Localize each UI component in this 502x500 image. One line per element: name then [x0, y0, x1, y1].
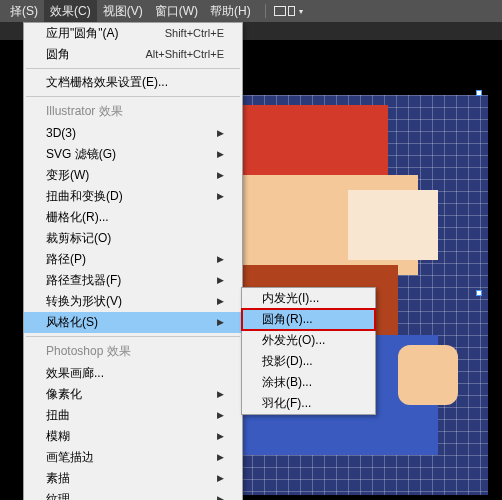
menu-round[interactable]: 圆角 Alt+Shift+Ctrl+E — [24, 44, 242, 65]
menu-select[interactable]: 择(S) — [4, 0, 44, 23]
submenu-arrow-icon: ▶ — [217, 189, 224, 204]
menu-item-label: 栅格化(R)... — [46, 210, 109, 225]
menu-sketch[interactable]: 素描▶ — [24, 468, 242, 489]
submenu-inner-glow[interactable]: 内发光(I)... — [242, 288, 375, 309]
menu-shortcut: Shift+Ctrl+E — [165, 26, 224, 41]
menu-separator — [26, 96, 240, 97]
menu-item-label: 文档栅格效果设置(E)... — [46, 75, 168, 90]
menu-effect-gallery[interactable]: 效果画廊... — [24, 363, 242, 384]
submenu-arrow-icon: ▶ — [217, 450, 224, 465]
menu-item-label: 扭曲和变换(D) — [46, 189, 123, 204]
stylize-submenu: 内发光(I)... 圆角(R)... 外发光(O)... 投影(D)... 涂抹… — [241, 287, 376, 415]
submenu-arrow-icon: ▶ — [217, 315, 224, 330]
submenu-arrow-icon: ▶ — [217, 387, 224, 402]
submenu-drop-shadow[interactable]: 投影(D)... — [242, 351, 375, 372]
menu-view[interactable]: 视图(V) — [97, 0, 149, 23]
menu-item-label: 裁剪标记(O) — [46, 231, 111, 246]
menu-separator — [26, 68, 240, 69]
menu-crop-marks[interactable]: 裁剪标记(O) — [24, 228, 242, 249]
menu-convert-to-shape[interactable]: 转换为形状(V)▶ — [24, 291, 242, 312]
menubar: 择(S) 效果(C) 视图(V) 窗口(W) 帮助(H) ▾ — [0, 0, 502, 22]
menu-item-label: 效果画廊... — [46, 366, 104, 381]
menu-item-label: 像素化 — [46, 387, 82, 402]
submenu-round-corners[interactable]: 圆角(R)... — [242, 309, 375, 330]
menu-help[interactable]: 帮助(H) — [204, 0, 257, 23]
submenu-arrow-icon: ▶ — [217, 126, 224, 141]
menu-path[interactable]: 路径(P)▶ — [24, 249, 242, 270]
menu-stylize[interactable]: 风格化(S)▶ — [24, 312, 242, 333]
menu-item-label: 路径(P) — [46, 252, 86, 267]
layout-icon — [274, 6, 286, 16]
menu-item-label: 变形(W) — [46, 168, 89, 183]
menu-apply-last[interactable]: 应用"圆角"(A) Shift+Ctrl+E — [24, 23, 242, 44]
menu-item-label: 模糊 — [46, 429, 70, 444]
menu-warp[interactable]: 变形(W)▶ — [24, 165, 242, 186]
menu-brush-strokes[interactable]: 画笔描边▶ — [24, 447, 242, 468]
selection-handle[interactable] — [476, 290, 482, 296]
submenu-arrow-icon: ▶ — [217, 273, 224, 288]
menu-distort-transform[interactable]: 扭曲和变换(D)▶ — [24, 186, 242, 207]
menu-item-label: 扭曲 — [46, 408, 70, 423]
menu-item-label: 路径查找器(F) — [46, 273, 121, 288]
menu-item-label: 涂抹(B)... — [262, 375, 312, 390]
submenu-arrow-icon: ▶ — [217, 492, 224, 500]
menu-item-label: 纹理 — [46, 492, 70, 500]
menu-shortcut: Alt+Shift+Ctrl+E — [145, 47, 224, 62]
submenu-arrow-icon: ▶ — [217, 147, 224, 162]
submenu-arrow-icon: ▶ — [217, 252, 224, 267]
menu-blur[interactable]: 模糊▶ — [24, 426, 242, 447]
menu-item-label: 羽化(F)... — [262, 396, 311, 411]
menu-doc-raster-settings[interactable]: 文档栅格效果设置(E)... — [24, 72, 242, 93]
menu-section-photoshop: Photoshop 效果 — [24, 340, 242, 363]
submenu-arrow-icon: ▶ — [217, 471, 224, 486]
menu-rasterize[interactable]: 栅格化(R)... — [24, 207, 242, 228]
menu-item-label: 素描 — [46, 471, 70, 486]
menu-item-label: 内发光(I)... — [262, 291, 319, 306]
menu-3d[interactable]: 3D(3)▶ — [24, 123, 242, 144]
layout-icon — [288, 6, 295, 16]
menu-item-label: 圆角(R)... — [262, 312, 313, 327]
menu-effects[interactable]: 效果(C) — [44, 0, 97, 23]
menu-pathfinder[interactable]: 路径查找器(F)▶ — [24, 270, 242, 291]
menu-pixelate[interactable]: 像素化▶ — [24, 384, 242, 405]
menu-item-label: 画笔描边 — [46, 450, 94, 465]
submenu-arrow-icon: ▶ — [217, 294, 224, 309]
menu-distort[interactable]: 扭曲▶ — [24, 405, 242, 426]
menu-window[interactable]: 窗口(W) — [149, 0, 204, 23]
layout-picker[interactable]: ▾ — [274, 6, 303, 16]
menu-texture[interactable]: 纹理▶ — [24, 489, 242, 500]
submenu-outer-glow[interactable]: 外发光(O)... — [242, 330, 375, 351]
menu-item-label: 应用"圆角"(A) — [46, 26, 119, 41]
menu-item-label: 外发光(O)... — [262, 333, 325, 348]
menu-item-label: 转换为形状(V) — [46, 294, 122, 309]
submenu-scribble[interactable]: 涂抹(B)... — [242, 372, 375, 393]
menu-svg-filters[interactable]: SVG 滤镜(G)▶ — [24, 144, 242, 165]
submenu-feather[interactable]: 羽化(F)... — [242, 393, 375, 414]
submenu-arrow-icon: ▶ — [217, 168, 224, 183]
menubar-separator — [265, 4, 266, 18]
chevron-down-icon: ▾ — [299, 7, 303, 16]
submenu-arrow-icon: ▶ — [217, 408, 224, 423]
submenu-arrow-icon: ▶ — [217, 429, 224, 444]
menu-item-label: 投影(D)... — [262, 354, 313, 369]
menu-separator — [26, 336, 240, 337]
selection-handle[interactable] — [476, 90, 482, 96]
menu-item-label: SVG 滤镜(G) — [46, 147, 116, 162]
effects-dropdown: 应用"圆角"(A) Shift+Ctrl+E 圆角 Alt+Shift+Ctrl… — [23, 22, 243, 500]
menu-item-label: 圆角 — [46, 47, 70, 62]
menu-item-label: 风格化(S) — [46, 315, 98, 330]
menu-section-illustrator: Illustrator 效果 — [24, 100, 242, 123]
menu-item-label: 3D(3) — [46, 126, 76, 141]
